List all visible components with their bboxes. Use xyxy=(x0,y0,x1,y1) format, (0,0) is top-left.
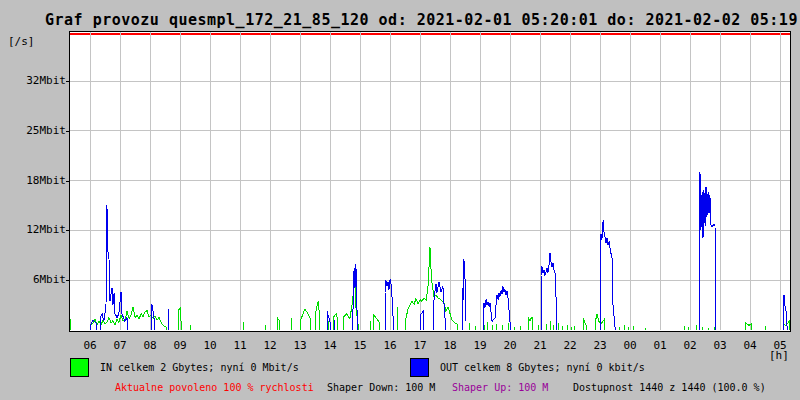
x-tick-label: 10 xyxy=(197,339,223,352)
traffic-chart xyxy=(70,32,790,330)
x-tick-label: 12 xyxy=(257,339,283,352)
x-tick-label: 01 xyxy=(647,339,673,352)
x-tick-label: 18 xyxy=(437,339,463,352)
x-tick-label: 16 xyxy=(377,339,403,352)
x-axis-unit-label: [h] xyxy=(769,349,789,362)
y-tick-label: 32Mbit xyxy=(4,74,66,87)
y-tick-label: 18Mbit xyxy=(4,174,66,187)
traffic-graph-page: Graf provozu quesmpl_172_21_85_120 od: 2… xyxy=(0,0,800,400)
status-availability: Dostupnost 1440 z 1440 (100.0 %) xyxy=(573,382,766,393)
x-tick-label: 17 xyxy=(407,339,433,352)
x-tick-label: 22 xyxy=(557,339,583,352)
x-tick-label: 11 xyxy=(227,339,253,352)
x-tick-label: 23 xyxy=(587,339,613,352)
y-tick-label: 25Mbit xyxy=(4,124,66,137)
y-tick-mark xyxy=(66,280,70,281)
legend-in-label: IN celkem 2 Gbytes; nyní 0 Mbit/s xyxy=(100,362,299,373)
status-shaper-down: Shaper Down: 100 M xyxy=(327,382,435,393)
y-tick-mark xyxy=(66,230,70,231)
y-tick-mark xyxy=(66,181,70,182)
x-tick-label: 06 xyxy=(77,339,103,352)
y-tick-label: 12Mbit xyxy=(4,223,66,236)
status-shaper-up: Shaper Up: 100 M xyxy=(452,382,548,393)
x-tick-label: 13 xyxy=(287,339,313,352)
legend-out-label: OUT celkem 8 Gbytes; nyní 0 kbit/s xyxy=(440,362,645,373)
status-allowed-speed: Aktualne povoleno 100 % rychlosti xyxy=(115,382,314,393)
page-title: Graf provozu quesmpl_172_21_85_120 od: 2… xyxy=(45,11,800,29)
x-tick-label: 09 xyxy=(167,339,193,352)
x-tick-label: 19 xyxy=(467,339,493,352)
x-tick-label: 15 xyxy=(347,339,373,352)
legend-out-swatch xyxy=(410,358,429,377)
y-tick-mark xyxy=(66,81,70,82)
x-tick-label: 14 xyxy=(317,339,343,352)
y-axis-unit-label: [/s] xyxy=(8,35,35,48)
series-out xyxy=(90,172,787,330)
x-tick-label: 20 xyxy=(497,339,523,352)
x-tick-label: 21 xyxy=(527,339,553,352)
legend-in-swatch xyxy=(70,358,89,377)
x-tick-label: 08 xyxy=(137,339,163,352)
series-in xyxy=(71,248,789,331)
y-tick-mark xyxy=(66,131,70,132)
plot-area xyxy=(69,31,791,332)
x-tick-label: 07 xyxy=(107,339,133,352)
x-tick-label: 03 xyxy=(707,339,733,352)
y-tick-label: 6Mbit xyxy=(4,273,66,286)
x-tick-label: 04 xyxy=(737,339,763,352)
x-tick-label: 02 xyxy=(677,339,703,352)
x-tick-label: 00 xyxy=(617,339,643,352)
